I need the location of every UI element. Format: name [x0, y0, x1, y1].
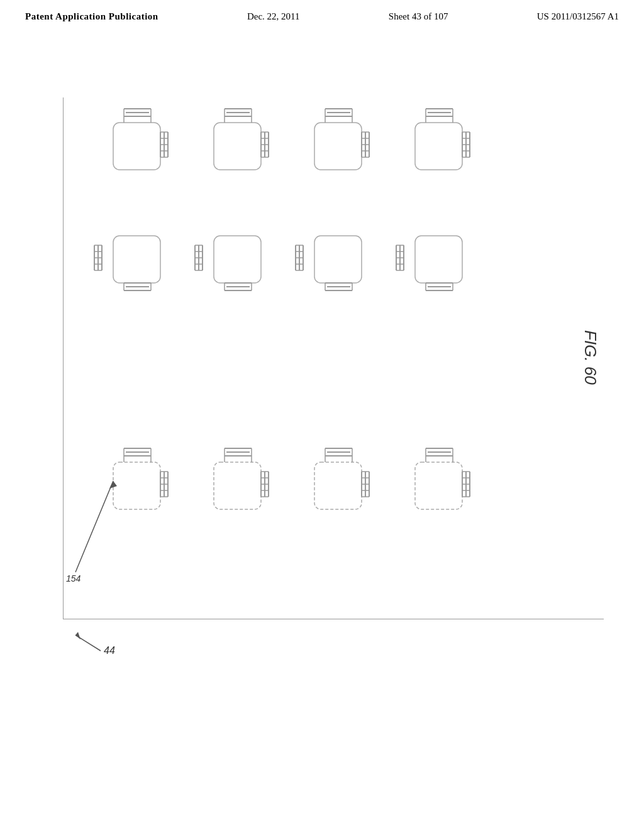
- svg-rect-85: [314, 236, 362, 283]
- publication-date: Dec. 22, 2011: [247, 11, 300, 22]
- svg-marker-174: [75, 632, 80, 639]
- diagram-svg: 154 FIG. 60: [63, 91, 641, 695]
- patent-number: US 2011/0312567 A1: [537, 11, 619, 22]
- publication-title: Patent Application Publication: [25, 11, 158, 22]
- svg-rect-113: [113, 462, 160, 509]
- svg-rect-155: [415, 462, 462, 509]
- svg-rect-29: [314, 123, 362, 170]
- svg-rect-99: [415, 236, 462, 283]
- svg-rect-1: [113, 123, 160, 170]
- label-44-svg: 44: [63, 626, 189, 663]
- sheet-info: Sheet 43 of 107: [389, 11, 448, 22]
- svg-rect-71: [214, 236, 261, 283]
- svg-rect-43: [415, 123, 462, 170]
- svg-rect-15: [214, 123, 261, 170]
- svg-text:154: 154: [66, 573, 81, 584]
- svg-text:FIG. 60: FIG. 60: [581, 330, 600, 385]
- svg-rect-127: [214, 462, 261, 509]
- page-header: Patent Application Publication Dec. 22, …: [0, 0, 644, 28]
- svg-line-169: [75, 481, 113, 572]
- svg-text:44: 44: [104, 645, 115, 656]
- svg-rect-141: [314, 462, 362, 509]
- svg-rect-57: [113, 236, 160, 283]
